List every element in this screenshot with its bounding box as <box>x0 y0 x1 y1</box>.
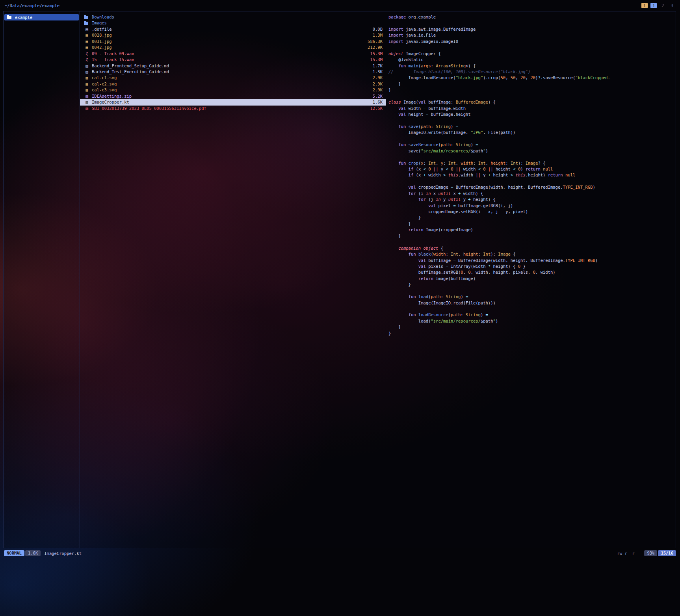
tab-3[interactable]: 3 <box>669 3 675 8</box>
file-name: Downloads <box>92 14 378 20</box>
code-line: if (x < 0 || y < 0 || width < 0 || heigh… <box>388 166 674 172</box>
code-line: } <box>388 81 674 87</box>
code-line: buffImage.setRGB(0, 0, width, height, pi… <box>388 269 674 275</box>
folder-icon <box>7 16 11 19</box>
code-line: val croppedImage = BufferedImage(width, … <box>388 184 674 190</box>
file-name: 15 - Track 15.wav <box>92 57 365 63</box>
file-name: SBI_0032013739_2023_DE05_0003155631Invoi… <box>92 106 365 111</box>
code-line: val buffImage = BufferedImage(width, hei… <box>388 258 674 263</box>
file-row[interactable]: 0042.jpg212.9K <box>80 45 386 50</box>
markdown-icon <box>84 63 90 69</box>
code-line <box>388 20 674 26</box>
file-row[interactable]: Images <box>80 20 386 26</box>
code-line: @JvmStatic <box>388 57 674 63</box>
code-line: import javax.imageio.ImageIO <box>388 39 674 45</box>
file-row[interactable]: cal-c2.svg2.9K <box>80 81 386 87</box>
code-line: // Image.black(100, 100).saveResource("b… <box>388 69 674 75</box>
markdown-icon <box>84 69 90 75</box>
file-size: 586.3K <box>368 39 383 45</box>
code-line: val pixels = IntArray(width * height) { … <box>388 263 674 269</box>
parent-pane[interactable]: example <box>4 11 80 548</box>
code-line: fun load(path: String) = <box>388 294 674 300</box>
folder-icon <box>84 22 88 25</box>
file-name: example <box>15 15 76 20</box>
code-line: for (i in x until x + width) { <box>388 191 674 197</box>
file-row[interactable]: ImageCropper.kt1.6K <box>80 99 386 105</box>
file-row[interactable]: 09 - Track 09.wav15.3M <box>80 51 386 57</box>
code-line: fun crop(x: Int, y: Int, width: Int, hei… <box>388 160 674 166</box>
code-line: fun black(width: Int, height: Int): Imag… <box>388 251 674 257</box>
code-line <box>388 239 674 245</box>
file-size: 1.7K <box>373 63 383 69</box>
file-size: 212.9K <box>368 45 383 50</box>
code-line: Image(ImageIO.read(File(path))) <box>388 300 674 306</box>
status-left: NORMAL 1.6K ImageCropper.kt <box>4 550 82 556</box>
file-name: ImageCropper.kt <box>92 99 368 105</box>
scroll-percent-badge: 93% <box>644 550 657 556</box>
code-line: val height = buffImage.height <box>388 111 674 117</box>
file-name: IDEAsettings.zip <box>92 93 368 99</box>
image-icon <box>84 87 90 93</box>
code-line: fun main(args: Array<String>) { <box>388 63 674 69</box>
file-row[interactable]: 0028.jpg1.3M <box>80 32 386 38</box>
code-line: } <box>388 282 674 288</box>
image-icon <box>84 45 90 50</box>
code-icon <box>84 99 90 105</box>
file-row[interactable]: cal-c1.svg2.9K <box>80 75 386 81</box>
file-size: 2.9K <box>373 75 383 81</box>
file-icon <box>84 26 90 32</box>
file-row[interactable]: 0031.jpg586.3K <box>80 39 386 45</box>
image-icon <box>84 75 90 81</box>
pdf-icon <box>84 106 90 111</box>
code-line: val pixel = buffImage.getRGB(i, j) <box>388 203 674 209</box>
file-name: .dotfile <box>92 26 368 32</box>
file-name: Backend_Frontend_Setup_Guide.md <box>92 63 368 69</box>
status-filename: ImageCropper.kt <box>44 551 82 556</box>
parent-dir-item[interactable]: example <box>4 14 79 20</box>
audio-icon <box>84 57 90 63</box>
file-name: Images <box>92 20 378 26</box>
code-line: ImageIO.write(buffImage, "JPG", File(pat… <box>388 130 674 135</box>
code-line <box>388 178 674 184</box>
file-size-badge: 1.6K <box>25 550 41 556</box>
code-line: import java.io.File <box>388 32 674 38</box>
preview-pane[interactable]: package org.example import java.awt.imag… <box>386 11 676 548</box>
tasks-badge[interactable]: 1 <box>641 3 648 8</box>
code-line: return Image(buffImage) <box>388 276 674 282</box>
file-row[interactable]: IDEAsettings.zip5.2K <box>80 93 386 99</box>
file-size: 2.9K <box>373 81 383 87</box>
file-name: 0042.jpg <box>92 45 363 50</box>
file-name: 0028.jpg <box>92 32 368 38</box>
file-row[interactable]: 15 - Track 15.wav15.3M <box>80 57 386 63</box>
terminal-top-bar: ~/Data/example/example 1123 <box>3 0 677 11</box>
file-row[interactable]: Backend_Test_Execution_Guide.md1.3K <box>80 69 386 75</box>
cursor-position-badge: 15/16 <box>658 550 676 556</box>
code-line: croppedImage.setRGB(i - x, j - y, pixel) <box>388 209 674 215</box>
code-line: import java.awt.image.BufferedImage <box>388 26 674 32</box>
code-line <box>388 93 674 99</box>
image-icon <box>84 32 90 38</box>
file-row[interactable]: Downloads <box>80 14 386 20</box>
file-row[interactable]: .dotfile0.0B <box>80 26 386 32</box>
file-row[interactable]: Backend_Frontend_Setup_Guide.md1.7K <box>80 63 386 69</box>
code-line: if (x + width > this.width || y + height… <box>388 172 674 178</box>
code-line <box>388 288 674 294</box>
code-line: } <box>388 221 674 227</box>
code-line: fun loadResource(path: String) = <box>388 312 674 318</box>
file-size: 1.6K <box>373 99 383 105</box>
tab-1[interactable]: 1 <box>650 3 657 8</box>
file-row[interactable]: cal-c3.svg2.9K <box>80 87 386 93</box>
file-name: 09 - Track 09.wav <box>92 51 365 57</box>
code-line: } <box>388 215 674 221</box>
file-row[interactable]: SBI_0032013739_2023_DE05_0003155631Invoi… <box>80 106 386 111</box>
code-line: val width = buffImage.width <box>388 106 674 111</box>
file-name: cal-c3.svg <box>92 87 368 93</box>
file-pane[interactable]: DownloadsImages.dotfile0.0B0028.jpg1.3M0… <box>80 11 386 548</box>
file-manager-panes: example DownloadsImages.dotfile0.0B0028.… <box>3 11 676 548</box>
code-line <box>388 306 674 312</box>
tab-2[interactable]: 2 <box>660 3 666 8</box>
code-line: for (j in y until y + height) { <box>388 197 674 202</box>
audio-icon <box>84 51 90 57</box>
current-path: ~/Data/example/example <box>5 3 59 8</box>
file-name: Backend_Test_Execution_Guide.md <box>92 69 368 75</box>
